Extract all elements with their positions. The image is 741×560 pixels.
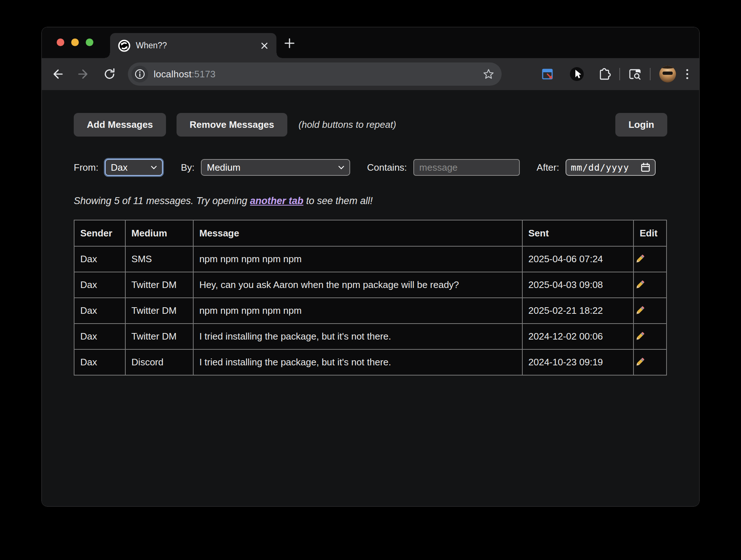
cell-edit xyxy=(633,298,667,324)
window-close-button[interactable] xyxy=(57,38,64,46)
bookmark-star-icon[interactable] xyxy=(482,68,495,81)
after-label: After: xyxy=(536,162,559,173)
cell-sent: 2025-04-06 07:24 xyxy=(522,246,634,272)
edit-pencil-icon[interactable] xyxy=(634,357,645,368)
window-controls xyxy=(57,38,93,46)
cell-message: npm npm npm npm npm xyxy=(193,246,522,272)
cell-sent: 2024-10-23 09:19 xyxy=(522,349,634,375)
cursor-extension-icon[interactable] xyxy=(569,66,584,82)
table-row: Dax Twitter DM I tried installing the pa… xyxy=(74,324,667,349)
cell-message: Hey, can you ask Aaron when the npm pack… xyxy=(193,272,522,298)
cell-message: npm npm npm npm npm xyxy=(193,298,522,324)
toolbar-divider xyxy=(619,68,620,80)
reload-button[interactable] xyxy=(103,67,117,81)
table-row: Dax Twitter DM npm npm npm npm npm 2025-… xyxy=(74,298,667,324)
browser-window: When?? xyxy=(41,27,700,507)
hold-buttons-hint: (hold buttons to repeat) xyxy=(299,119,396,130)
table-row: Dax Twitter DM Hey, can you ask Aaron wh… xyxy=(74,272,667,298)
cell-edit xyxy=(633,272,667,298)
edit-pencil-icon[interactable] xyxy=(634,305,645,317)
cell-medium: SMS xyxy=(125,246,193,272)
by-select[interactable]: Medium xyxy=(201,159,350,176)
cell-sent: 2025-02-21 18:22 xyxy=(522,298,634,324)
cell-medium: Twitter DM xyxy=(125,272,193,298)
chevron-down-icon xyxy=(338,166,344,170)
contains-input[interactable] xyxy=(413,159,520,176)
window-minimize-button[interactable] xyxy=(71,38,79,46)
status-suffix: to see them all! xyxy=(303,195,373,206)
header-sender: Sender xyxy=(74,220,125,246)
cell-edit xyxy=(633,246,667,272)
cell-sent: 2025-04-03 09:08 xyxy=(522,272,634,298)
header-message: Message xyxy=(193,220,522,246)
from-label: From: xyxy=(74,162,98,173)
from-select[interactable]: Dax xyxy=(105,159,163,176)
url-bar[interactable]: localhost:5173 xyxy=(128,62,502,86)
edit-pencil-icon[interactable] xyxy=(634,253,645,265)
new-tab-button[interactable] xyxy=(282,35,297,51)
edit-pencil-icon[interactable] xyxy=(634,331,645,342)
tab-strip: When?? xyxy=(42,27,699,58)
status-message: Showing 5 of 11 messages. Try opening an… xyxy=(74,195,667,207)
table-header-row: Sender Medium Message Sent Edit xyxy=(74,220,667,246)
cell-sent: 2024-12-02 00:06 xyxy=(522,324,634,349)
after-date-input[interactable]: mm/dd/yyyy xyxy=(566,159,656,176)
calendar-icon[interactable] xyxy=(640,162,651,173)
cell-sender: Dax xyxy=(74,349,125,375)
forward-button[interactable] xyxy=(77,67,90,81)
filters-row: From: Dax By: Medium Contains: After: mm… xyxy=(74,159,667,176)
sync-circle-icon xyxy=(118,40,130,52)
page-content: Add Messages Remove Messages (hold butto… xyxy=(42,90,699,506)
cell-medium: Twitter DM xyxy=(125,298,193,324)
cell-message: I tried installing the package, but it's… xyxy=(193,349,522,375)
edit-pencil-icon[interactable] xyxy=(634,279,645,291)
remove-messages-button[interactable]: Remove Messages xyxy=(177,113,287,137)
browser-tab[interactable]: When?? xyxy=(110,33,276,58)
contains-label: Contains: xyxy=(367,162,407,173)
cell-message: I tried installing the package, but it's… xyxy=(193,324,522,349)
tab-title: When?? xyxy=(136,41,259,50)
header-sent: Sent xyxy=(522,220,634,246)
header-edit: Edit xyxy=(633,220,667,246)
cell-sender: Dax xyxy=(74,246,125,272)
toolbar-divider xyxy=(650,68,651,80)
cell-edit xyxy=(633,349,667,375)
cell-sender: Dax xyxy=(74,272,125,298)
actions-row: Add Messages Remove Messages (hold butto… xyxy=(74,113,667,137)
table-row: Dax Discord I tried installing the packa… xyxy=(74,349,667,375)
messages-table: Sender Medium Message Sent Edit Dax SMS … xyxy=(74,220,667,376)
login-button[interactable]: Login xyxy=(615,113,667,137)
table-row: Dax SMS npm npm npm npm npm 2025-04-06 0… xyxy=(74,246,667,272)
status-prefix: Showing 5 of 11 messages. Try opening xyxy=(74,195,250,206)
browser-menu-kebab-icon[interactable] xyxy=(685,67,689,81)
profile-avatar[interactable] xyxy=(659,66,676,82)
back-button[interactable] xyxy=(50,67,64,81)
chevron-down-icon xyxy=(151,166,157,170)
browser-toolbar: localhost:5173 xyxy=(42,58,699,90)
cell-edit xyxy=(633,324,667,349)
screen-search-icon[interactable] xyxy=(628,67,642,81)
cell-sender: Dax xyxy=(74,298,125,324)
header-medium: Medium xyxy=(125,220,193,246)
another-tab-link[interactable]: another tab xyxy=(250,195,303,206)
window-zoom-button[interactable] xyxy=(86,38,93,46)
cell-medium: Discord xyxy=(125,349,193,375)
extensions-puzzle-icon[interactable] xyxy=(598,67,611,81)
cell-medium: Twitter DM xyxy=(125,324,193,349)
url-text: localhost:5173 xyxy=(154,69,216,80)
cell-sender: Dax xyxy=(74,324,125,349)
by-label: By: xyxy=(181,162,195,173)
window-resizer-extension-icon[interactable] xyxy=(541,67,555,81)
tab-close-icon[interactable] xyxy=(259,40,270,51)
toolbar-extensions-cluster xyxy=(541,66,699,82)
site-info-icon[interactable] xyxy=(131,66,148,82)
add-messages-button[interactable]: Add Messages xyxy=(74,113,166,137)
